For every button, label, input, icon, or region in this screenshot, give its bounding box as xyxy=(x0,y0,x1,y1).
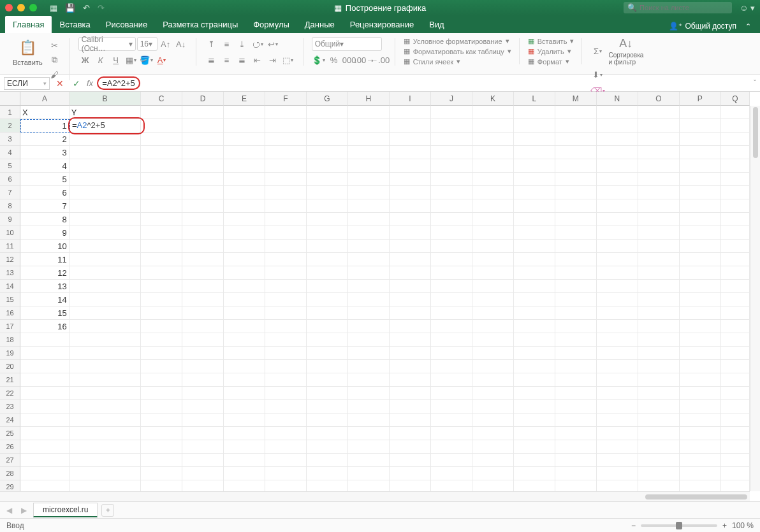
row-header-19[interactable]: 19 xyxy=(0,347,20,360)
cell-J5[interactable] xyxy=(431,159,472,173)
cell-J22[interactable] xyxy=(431,387,472,400)
cell-I14[interactable] xyxy=(390,280,431,293)
cell-J4[interactable] xyxy=(431,146,472,159)
cell-M15[interactable] xyxy=(555,293,597,306)
cell-A28[interactable] xyxy=(20,467,69,480)
cell-E21[interactable] xyxy=(224,373,265,387)
cell-C24[interactable] xyxy=(141,413,182,427)
row-header-27[interactable]: 27 xyxy=(0,454,20,467)
underline-button[interactable]: Ч xyxy=(109,53,123,67)
cell-C1[interactable] xyxy=(141,106,182,119)
confirm-formula-button[interactable]: ✓ xyxy=(70,77,83,90)
cell-L9[interactable] xyxy=(514,213,555,226)
cell-P11[interactable] xyxy=(680,240,721,253)
cell-B25[interactable] xyxy=(69,427,141,440)
cell-K8[interactable] xyxy=(472,199,514,213)
cell-B13[interactable] xyxy=(69,266,141,280)
cell-J7[interactable] xyxy=(431,186,472,199)
cell-D27[interactable] xyxy=(182,454,224,467)
cell-K20[interactable] xyxy=(472,360,514,373)
cell-J12[interactable] xyxy=(431,253,472,266)
cell-F26[interactable] xyxy=(265,440,307,454)
cell-G27[interactable] xyxy=(307,454,348,467)
cell-M26[interactable] xyxy=(555,440,597,454)
align-middle-icon[interactable]: ≡ xyxy=(220,37,234,51)
cell-O12[interactable] xyxy=(638,253,680,266)
cell-P12[interactable] xyxy=(680,253,721,266)
cell-M11[interactable] xyxy=(555,240,597,253)
cell-I11[interactable] xyxy=(390,240,431,253)
cell-H9[interactable] xyxy=(348,213,390,226)
cell-E5[interactable] xyxy=(224,159,265,173)
cell-N21[interactable] xyxy=(597,373,638,387)
cell-G22[interactable] xyxy=(307,387,348,400)
cell-P27[interactable] xyxy=(680,454,721,467)
cell-C15[interactable] xyxy=(141,293,182,306)
fill-color-button[interactable]: 🪣 xyxy=(140,53,154,67)
cell-I28[interactable] xyxy=(390,467,431,480)
sheet-nav-prev-icon[interactable]: ◀ xyxy=(4,506,15,515)
cell-P23[interactable] xyxy=(680,400,721,413)
cell-B17[interactable] xyxy=(69,320,141,333)
cell-O10[interactable] xyxy=(638,226,680,240)
cell-B20[interactable] xyxy=(69,360,141,373)
row-header-26[interactable]: 26 xyxy=(0,440,20,454)
cell-L14[interactable] xyxy=(514,280,555,293)
cell-B28[interactable] xyxy=(69,467,141,480)
cell-J21[interactable] xyxy=(431,373,472,387)
cell-M25[interactable] xyxy=(555,427,597,440)
cell-P4[interactable] xyxy=(680,146,721,159)
cell-I4[interactable] xyxy=(390,146,431,159)
cell-O28[interactable] xyxy=(638,467,680,480)
cell-J16[interactable] xyxy=(431,306,472,320)
cell-O23[interactable] xyxy=(638,400,680,413)
cell-P6[interactable] xyxy=(680,173,721,186)
cell-N19[interactable] xyxy=(597,347,638,360)
cell-P16[interactable] xyxy=(680,306,721,320)
horizontal-scrollbar[interactable] xyxy=(0,491,750,501)
zoom-out-button[interactable]: − xyxy=(631,521,636,530)
cell-F15[interactable] xyxy=(265,293,307,306)
row-header-7[interactable]: 7 xyxy=(0,186,20,199)
cell-H15[interactable] xyxy=(348,293,390,306)
cell-B24[interactable] xyxy=(69,413,141,427)
tab-drawing[interactable]: Рисование xyxy=(98,16,155,33)
cell-J18[interactable] xyxy=(431,333,472,347)
cell-N12[interactable] xyxy=(597,253,638,266)
cell-H17[interactable] xyxy=(348,320,390,333)
cell-M12[interactable] xyxy=(555,253,597,266)
cell-C2[interactable] xyxy=(141,119,182,133)
cell-N23[interactable] xyxy=(597,400,638,413)
zoom-label[interactable]: 100 % xyxy=(732,521,754,530)
row-header-28[interactable]: 28 xyxy=(0,467,20,480)
column-header-K[interactable]: K xyxy=(472,92,514,106)
cell-P1[interactable] xyxy=(680,106,721,119)
cell-H24[interactable] xyxy=(348,413,390,427)
cell-B23[interactable] xyxy=(69,400,141,413)
cell-K25[interactable] xyxy=(472,427,514,440)
cell-I17[interactable] xyxy=(390,320,431,333)
column-header-D[interactable]: D xyxy=(182,92,224,106)
cell-E22[interactable] xyxy=(224,387,265,400)
cell-O18[interactable] xyxy=(638,333,680,347)
cell-N15[interactable] xyxy=(597,293,638,306)
cell-B3[interactable] xyxy=(69,133,141,146)
cell-E17[interactable] xyxy=(224,320,265,333)
cell-P2[interactable] xyxy=(680,119,721,133)
cell-P21[interactable] xyxy=(680,373,721,387)
cell-E24[interactable] xyxy=(224,413,265,427)
column-header-B[interactable]: B xyxy=(69,92,141,106)
cell-F23[interactable] xyxy=(265,400,307,413)
cell-L25[interactable] xyxy=(514,427,555,440)
cell-F28[interactable] xyxy=(265,467,307,480)
cell-K24[interactable] xyxy=(472,413,514,427)
cell-F16[interactable] xyxy=(265,306,307,320)
cell-I19[interactable] xyxy=(390,347,431,360)
cell-G24[interactable] xyxy=(307,413,348,427)
cell-N22[interactable] xyxy=(597,387,638,400)
cell-F13[interactable] xyxy=(265,266,307,280)
tab-page-layout[interactable]: Разметка страницы xyxy=(155,16,245,33)
cell-O26[interactable] xyxy=(638,440,680,454)
cells-area[interactable]: XY12345678910111213141516 xyxy=(20,106,750,491)
row-header-22[interactable]: 22 xyxy=(0,387,20,400)
